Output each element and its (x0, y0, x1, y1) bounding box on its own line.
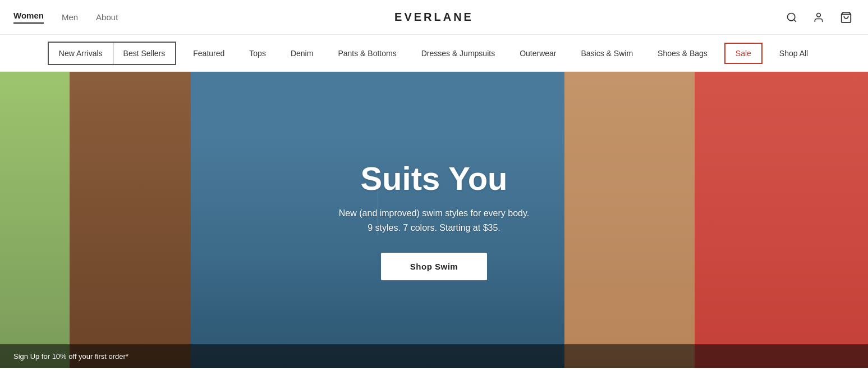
nav-shop-all[interactable]: Shop All (767, 35, 820, 72)
nav-men[interactable]: Men (62, 12, 78, 22)
hero-subtitle: New (and improved) swim styles for every… (339, 206, 529, 235)
nav-basics-swim[interactable]: Basics & Swim (569, 35, 646, 72)
nav-tops[interactable]: Tops (237, 35, 278, 72)
signup-text: Sign Up for 10% off your first order* (13, 352, 128, 361)
hero-overlay: Suits You New (and improved) swim styles… (0, 72, 868, 368)
hero-subtitle-line1: New (and improved) swim styles for every… (339, 208, 529, 218)
top-nav-left: Women Men About (13, 11, 118, 24)
account-icon (813, 12, 824, 23)
nav-women[interactable]: Women (13, 11, 44, 24)
hero-title: Suits You (360, 160, 507, 197)
nav-outerwear[interactable]: Outerwear (507, 35, 568, 72)
cart-button[interactable] (838, 9, 855, 26)
nav-pants-bottoms[interactable]: Pants & Bottoms (325, 35, 408, 72)
hero-section: Suits You New (and improved) swim styles… (0, 72, 868, 368)
account-button[interactable] (811, 10, 826, 25)
nav-sale-box: Sale (724, 43, 763, 64)
signup-bar: Sign Up for 10% off your first order* (0, 344, 868, 368)
hero-subtitle-line2: 9 styles. 7 colors. Starting at $35. (368, 223, 500, 233)
shop-swim-button[interactable]: Shop Swim (381, 253, 487, 280)
secondary-nav: New Arrivals Best Sellers Featured Tops … (0, 35, 868, 72)
nav-about[interactable]: About (96, 12, 118, 22)
search-icon (786, 12, 797, 23)
top-nav-right (784, 9, 855, 26)
nav-shoes-bags[interactable]: Shoes & Bags (645, 35, 720, 72)
search-button[interactable] (784, 10, 800, 25)
nav-best-sellers[interactable]: Best Sellers (113, 43, 176, 64)
cart-icon (840, 11, 852, 24)
nav-sale[interactable]: Sale (736, 49, 751, 58)
svg-point-2 (817, 13, 821, 17)
nav-box-highlighted: New Arrivals Best Sellers (48, 42, 177, 65)
svg-line-1 (794, 19, 796, 21)
brand-logo[interactable]: EVERLANE (394, 11, 474, 24)
nav-dresses-jumpsuits[interactable]: Dresses & Jumpsuits (409, 35, 507, 72)
nav-denim[interactable]: Denim (278, 35, 325, 72)
nav-featured[interactable]: Featured (181, 35, 237, 72)
top-nav: Women Men About EVERLANE (0, 0, 868, 35)
nav-new-arrivals[interactable]: New Arrivals (49, 43, 113, 64)
